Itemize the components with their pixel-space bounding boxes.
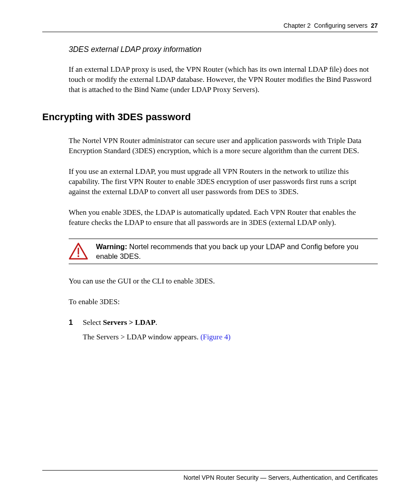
warning-callout: Warning: Nortel recommends that you back… <box>69 239 378 265</box>
paragraph-gui-cli: You can use the GUI or the CLI to enable… <box>69 276 378 287</box>
paragraph-enable: When you enable 3DES, the LDAP is automa… <box>69 208 378 228</box>
warning-text: Warning: Nortel recommends that you back… <box>96 242 378 261</box>
svg-point-1 <box>77 255 79 257</box>
paragraph-intro: The Nortel VPN Router administrator can … <box>69 136 378 156</box>
step-result: The Servers > LDAP window appears. (Figu… <box>83 332 378 342</box>
step-select-prefix: Select <box>83 318 103 327</box>
header-rule <box>42 32 378 32</box>
step-number: 1 <box>69 318 76 347</box>
page-footer: Nortel VPN Router Security — Servers, Au… <box>42 470 378 481</box>
header-title: Configuring servers <box>314 22 367 29</box>
step-1: 1 Select Servers > LDAP. The Servers > L… <box>69 318 378 347</box>
step-result-text: The Servers > LDAP window appears. <box>83 333 200 341</box>
warning-body: Nortel recommends that you back up your … <box>96 243 358 260</box>
footer-text: Nortel VPN Router Security — Servers, Au… <box>42 474 378 481</box>
header-chapter: Chapter 2 <box>284 22 310 29</box>
page-number: 27 <box>371 22 378 29</box>
warning-label: Warning: <box>96 243 127 250</box>
footer-rule <box>42 470 378 471</box>
warning-icon <box>69 243 88 260</box>
sub-heading-ldap-proxy: 3DES external LDAP proxy information <box>69 44 378 55</box>
step-select-path: Servers > LDAP <box>103 318 155 327</box>
paragraph-upgrade: If you use an external LDAP, you must up… <box>69 167 378 197</box>
page-header: Chapter 2 Configuring servers 27 <box>42 22 378 29</box>
figure-4-link[interactable]: (Figure 4) <box>200 333 230 341</box>
step-select-suffix: . <box>155 318 157 327</box>
page-content: 3DES external LDAP proxy information If … <box>42 44 378 347</box>
paragraph-ldap-proxy: If an external LDAP proxy is used, the V… <box>69 65 378 95</box>
section-heading-3des: Encrypting with 3DES password <box>42 110 378 124</box>
step-instruction: Select Servers > LDAP. <box>83 318 378 328</box>
paragraph-to-enable: To enable 3DES: <box>69 297 378 307</box>
